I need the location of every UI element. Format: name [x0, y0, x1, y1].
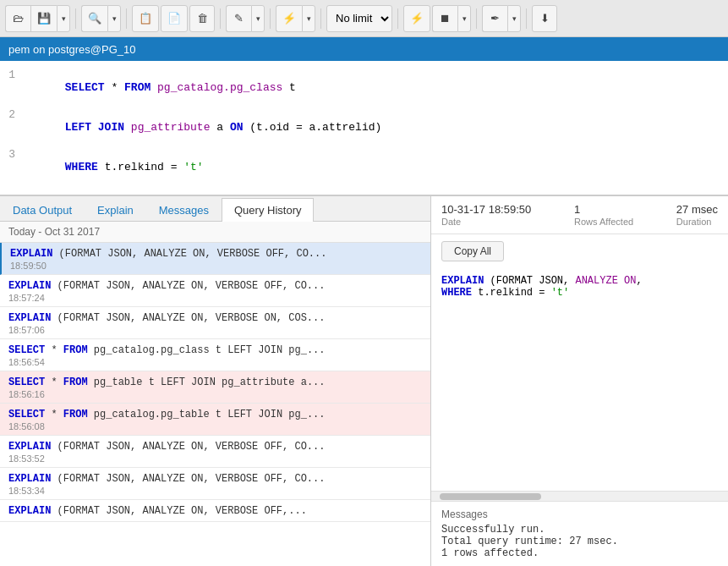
tab-query-history[interactable]: Query History [222, 198, 314, 222]
right-panel: 10-31-17 18:59:50 Date 1 Rows Affected 2… [431, 196, 728, 566]
list-item[interactable]: EXPLAIN (FORMAT JSON, ANALYZE ON, VERBOS… [0, 436, 430, 468]
chevron-down-icon: ▾ [112, 14, 117, 23]
history-query-text: EXPLAIN (FORMAT JSON, ANALYZE ON, VERBOS… [8, 505, 422, 517]
list-item[interactable]: EXPLAIN (FORMAT JSON, ANALYZE ON, VERBOS… [0, 500, 430, 522]
message-line-1: Successfully run. [441, 524, 718, 536]
history-time: 18:56:16 [8, 389, 422, 399]
detail-rows-value: 1 [574, 203, 633, 216]
bottom-panel: Data Output Explain Messages Query Histo… [0, 196, 728, 566]
sql-preview: EXPLAIN (FORMAT JSON, ANALYZE ON, WHERE … [431, 268, 728, 491]
sql-line-1: 1 SELECT * FROM pg_catalog.pg_class t [0, 68, 728, 107]
edit-group: ✎ ▾ [226, 5, 265, 32]
edit-icon: ✎ [234, 12, 244, 25]
sql-editor[interactable]: 1 SELECT * FROM pg_catalog.pg_class t 2 … [0, 61, 728, 196]
search-icon: 🔍 [88, 12, 101, 25]
limit-select[interactable]: No limit [326, 5, 392, 32]
line-number-2: 2 [0, 108, 25, 121]
tab-data-output[interactable]: Data Output [0, 198, 85, 222]
history-query-text: EXPLAIN (FORMAT JSON, ANALYZE ON, VERBOS… [8, 280, 422, 292]
sep6 [397, 8, 398, 29]
history-time: 18:53:52 [8, 453, 422, 464]
delete-icon: 🗑 [197, 12, 208, 25]
tab-messages[interactable]: Messages [146, 198, 222, 222]
edit-dropdown-button[interactable]: ▾ [251, 5, 265, 32]
messages-section: Messages Successfully run. Total query r… [431, 501, 728, 566]
chevron-down-icon: ▾ [307, 14, 311, 23]
format-group: ✒ ▾ [482, 5, 521, 32]
list-item[interactable]: SELECT * FROM pg_catalog.pg_class t LEFT… [0, 339, 430, 371]
detail-date-label: Date [441, 217, 531, 227]
format-icon: ✒ [490, 12, 500, 25]
filter-icon: ⚡ [282, 12, 296, 25]
history-query-text: EXPLAIN (FORMAT JSON, ANALYZE ON, VERBOS… [10, 248, 422, 260]
edit-button[interactable]: ✎ [226, 5, 251, 32]
sep5 [320, 8, 321, 29]
rows-info: 1 Rows Affected [574, 203, 633, 227]
copy-clipboard-button[interactable]: 📋 [132, 5, 159, 32]
title-bar: pem on postgres@PG_10 [0, 37, 728, 61]
scrollbar-thumb[interactable] [440, 493, 541, 500]
history-query-text: SELECT * FROM pg_catalog.pg_class t LEFT… [8, 344, 422, 356]
history-query-text: SELECT * FROM pg_catalog.pg_table t LEFT… [8, 409, 422, 420]
find-button[interactable]: 🔍 [81, 5, 107, 32]
copy-all-button[interactable]: Copy All [441, 241, 504, 261]
stop-button[interactable]: ⏹ [432, 5, 457, 32]
execute-icon: ⚡ [410, 12, 424, 25]
sql-code-2: LEFT JOIN pg_attribute a ON (t.oid = a.a… [25, 108, 381, 146]
toolbar: 🗁 💾 ▾ 🔍 ▾ 📋 📄 🗑 ✎ ▾ ⚡ [0, 0, 728, 37]
execute-button[interactable]: ⚡ [403, 5, 430, 32]
list-item[interactable]: EXPLAIN (FORMAT JSON, ANALYZE ON, VERBOS… [0, 307, 430, 339]
detail-rows-label: Rows Affected [574, 217, 633, 227]
tab-explain[interactable]: Explain [85, 198, 146, 222]
history-time: 18:57:24 [8, 293, 422, 303]
history-query-text: SELECT * FROM pg_table t LEFT JOIN pg_at… [8, 376, 422, 388]
chevron-down-icon: ▾ [62, 14, 66, 23]
history-time: 18:56:08 [8, 421, 422, 431]
detail-date-value: 10-31-17 18:59:50 [441, 203, 531, 216]
list-item[interactable]: EXPLAIN (FORMAT JSON, ANALYZE ON, VERBOS… [0, 243, 430, 275]
sql-code-1: SELECT * FROM pg_catalog.pg_class t [25, 69, 296, 107]
format-button[interactable]: ✒ [482, 5, 507, 32]
list-item[interactable]: EXPLAIN (FORMAT JSON, ANALYZE ON, VERBOS… [0, 468, 430, 500]
horizontal-scrollbar[interactable] [431, 491, 728, 501]
connection-title: pem on postgres@PG_10 [8, 43, 136, 56]
history-time: 18:53:34 [8, 486, 422, 496]
history-date: Today - Oct 31 2017 [0, 222, 430, 243]
format-dropdown-button[interactable]: ▾ [507, 5, 521, 32]
download-icon: ⬇ [540, 12, 550, 25]
list-item[interactable]: SELECT * FROM pg_table t LEFT JOIN pg_at… [0, 371, 430, 404]
list-item[interactable]: SELECT * FROM pg_catalog.pg_table t LEFT… [0, 404, 430, 436]
history-list[interactable]: EXPLAIN (FORMAT JSON, ANALYZE ON, VERBOS… [0, 243, 430, 566]
left-panel: Data Output Explain Messages Query Histo… [0, 196, 431, 566]
history-time: 18:57:06 [8, 325, 422, 335]
list-item[interactable]: EXPLAIN (FORMAT JSON, ANALYZE ON, VERBOS… [0, 275, 430, 307]
stop-dropdown-button[interactable]: ▾ [457, 5, 471, 32]
download-button[interactable]: ⬇ [532, 5, 557, 32]
tab-data-output-label: Data Output [13, 204, 72, 217]
history-query-text: EXPLAIN (FORMAT JSON, ANALYZE ON, VERBOS… [8, 312, 422, 324]
save-button[interactable]: 💾 [30, 5, 57, 32]
filter-button[interactable]: ⚡ [276, 5, 302, 32]
detail-duration-value: 27 msec [676, 203, 718, 216]
messages-label: Messages [441, 508, 718, 520]
line-number-3: 3 [0, 148, 25, 161]
line-number-1: 1 [0, 69, 25, 81]
filter-dropdown-button[interactable]: ▾ [302, 5, 315, 32]
sql-line-2: 2 LEFT JOIN pg_attribute a ON (t.oid = a… [0, 107, 728, 147]
tab-query-history-label: Query History [234, 204, 301, 217]
tab-messages-label: Messages [159, 204, 209, 217]
delete-button[interactable]: 🗑 [189, 5, 215, 32]
duration-info: 27 msec Duration [676, 203, 718, 227]
tab-bar: Data Output Explain Messages Query Histo… [0, 196, 430, 222]
sep8 [526, 8, 527, 29]
history-query-text: EXPLAIN (FORMAT JSON, ANALYZE ON, VERBOS… [8, 473, 422, 485]
history-time: 18:59:50 [10, 261, 422, 271]
sql-line-3: 3 WHERE t.relkind = 't' [0, 147, 728, 187]
sql-preview-line1: EXPLAIN (FORMAT JSON, ANALYZE ON, [441, 275, 718, 287]
messages-content: Successfully run. Total query runtime: 2… [441, 524, 718, 559]
stop-icon: ⏹ [440, 12, 451, 25]
open-button[interactable]: 🗁 [5, 5, 30, 32]
find-dropdown-button[interactable]: ▾ [107, 5, 121, 32]
save-dropdown-button[interactable]: ▾ [57, 5, 70, 32]
paste-button[interactable]: 📄 [161, 5, 188, 32]
